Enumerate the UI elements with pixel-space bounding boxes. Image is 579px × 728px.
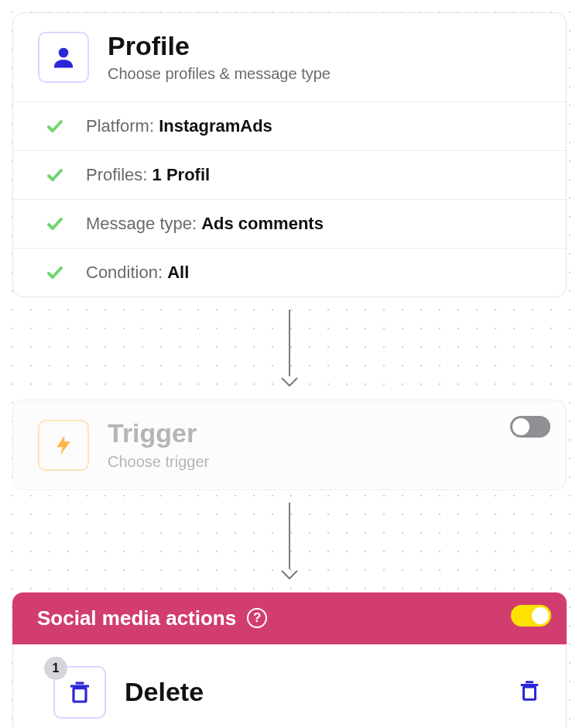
help-icon[interactable]: ? [247,608,267,628]
social-actions-body: 1 Delete [12,644,567,728]
check-icon [46,166,64,184]
svg-rect-4 [524,687,536,699]
check-icon [46,117,64,136]
row-text: Message type: Ads comments [86,214,324,234]
profile-row-profiles: Profiles: 1 Profil [13,150,566,199]
profile-row-platform: Platform: InstagramAds [13,101,566,150]
flow-arrow [0,503,579,580]
toggle-knob [532,607,549,624]
chevron-down-icon [280,376,299,387]
toggle-knob [512,418,529,435]
row-value: Ads comments [201,214,324,233]
action-icon-box: 1 [53,666,106,719]
row-text: Condition: All [86,263,189,283]
profile-row-message-type: Message type: Ads comments [13,199,566,248]
trigger-subtitle: Choose trigger [108,453,209,471]
action-count-badge: 1 [44,657,67,680]
row-text: Platform: InstagramAds [86,116,272,136]
profile-subtitle: Choose profiles & message type [108,65,331,83]
trigger-card[interactable]: Trigger Choose trigger [12,400,567,489]
chevron-down-icon [280,569,299,580]
trash-icon [67,678,92,706]
profile-title: Profile [108,32,331,60]
svg-point-0 [59,48,69,58]
row-value: InstagramAds [159,116,272,136]
check-icon [46,215,64,233]
trigger-toggle[interactable] [510,416,550,438]
row-label: Message type: [86,214,201,233]
row-value: 1 Profil [152,165,211,184]
trigger-title: Trigger [108,419,209,448]
row-label: Platform: [86,116,159,136]
check-icon [46,263,64,282]
row-value: All [167,263,189,282]
delete-action-button[interactable] [518,678,541,707]
action-label: Delete [125,677,204,707]
person-icon [50,43,77,71]
trigger-icon-box [38,420,89,471]
svg-rect-2 [74,688,86,701]
social-actions-header: Social media actions ? [12,592,567,644]
row-label: Condition: [86,263,167,282]
social-actions-toggle[interactable] [511,605,551,627]
profile-row-condition: Condition: All [13,248,566,297]
profile-card-header: Profile Choose profiles & message type [13,13,566,101]
row-label: Profiles: [86,165,152,184]
bolt-icon [52,431,75,459]
row-text: Profiles: 1 Profil [86,165,210,185]
trash-icon [518,678,541,704]
trigger-card-header: Trigger Choose trigger [13,400,566,489]
social-actions-card[interactable]: Social media actions ? 1 Delete [12,592,567,728]
flow-arrow [0,310,579,387]
profile-icon-box [38,32,89,83]
social-actions-title: Social media actions [37,606,236,630]
profile-card[interactable]: Profile Choose profiles & message type P… [12,12,567,297]
